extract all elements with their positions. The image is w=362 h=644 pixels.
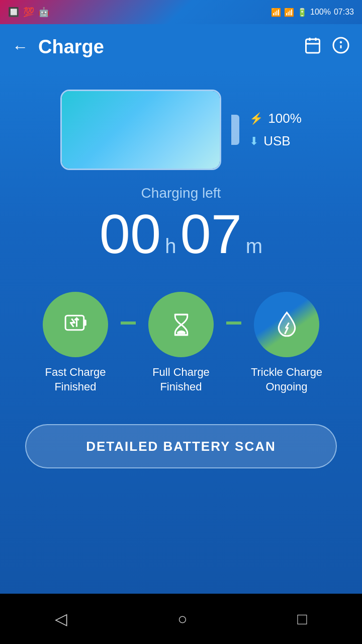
notification-icon-2: 💯 [23, 7, 34, 18]
nav-recent-button[interactable]: □ [297, 610, 307, 628]
battery-tip [231, 115, 239, 145]
trickle-charge-label: Trickle Charge Ongoing [251, 365, 322, 394]
usb-icon: ⬇ [249, 135, 258, 148]
detailed-battery-scan-button[interactable]: DETAILED BATTERY SCAN [25, 424, 337, 468]
main-content: ⚡ 100% ⬇ USB Charging left 00 h 07 m [0, 69, 362, 594]
lightning-icon: ⚡ [249, 112, 263, 125]
connection-type: USB [263, 133, 290, 149]
fast-charge-label: Fast Charge Finished [45, 365, 106, 394]
minutes-value: 07 [180, 206, 241, 262]
battery-percentage: 100% [310, 8, 331, 17]
status-bar: 🔲 💯 🤖 📶 📶 🔋 100% 07:33 [0, 0, 362, 24]
info-icon[interactable] [332, 36, 350, 58]
full-charge-icon [165, 308, 198, 341]
battery-percentage-info: ⚡ 100% [249, 111, 302, 126]
fast-charge-circle [43, 292, 108, 357]
nav-back-button[interactable]: ◁ [55, 609, 67, 628]
hours-unit: h [165, 235, 176, 258]
charge-stages: Fast Charge Finished Full Charge Fini [10, 292, 352, 394]
svg-rect-0 [306, 39, 320, 53]
notification-icon-1: 🔲 [8, 7, 19, 18]
stage-connector-1 [121, 321, 136, 325]
fast-charge-icon [59, 308, 92, 341]
battery-connection-info: ⬇ USB [249, 133, 302, 149]
trickle-charge-circle [254, 292, 319, 357]
notification-icon-3: 🤖 [38, 7, 49, 18]
stage-connector-2 [226, 321, 241, 325]
battery-visual: ⚡ 100% ⬇ USB [60, 90, 302, 170]
battery-info: ⚡ 100% ⬇ USB [249, 111, 302, 149]
nav-bar: ◁ ○ □ [0, 594, 362, 644]
back-button[interactable]: ← [12, 38, 28, 56]
status-bar-left: 🔲 💯 🤖 [8, 7, 49, 18]
stage-trickle-charge: Trickle Charge Ongoing [241, 292, 332, 394]
minutes-unit: m [246, 235, 262, 258]
battery-percent-value: 100% [268, 111, 302, 126]
full-charge-label: Full Charge Finished [152, 365, 210, 394]
clock: 07:33 [334, 8, 354, 17]
stage-fast-charge: Fast Charge Finished [30, 292, 121, 394]
trickle-charge-icon [270, 308, 303, 341]
charging-time: 00 h 07 m [100, 206, 262, 262]
stage-full-charge: Full Charge Finished [136, 292, 226, 394]
svg-rect-8 [83, 319, 86, 326]
app-bar-left: ← Charge [12, 36, 104, 58]
calendar-icon[interactable] [304, 36, 322, 58]
battery-status-icon: 🔋 [297, 8, 307, 17]
page-title: Charge [38, 36, 104, 58]
app-bar: ← Charge [0, 24, 362, 69]
signal-icon: 📶 [271, 8, 281, 17]
app-bar-actions [304, 36, 350, 58]
battery-fill [62, 91, 220, 169]
charging-label: Charging left [141, 185, 221, 201]
status-bar-right: 📶 📶 🔋 100% 07:33 [271, 8, 354, 17]
nav-home-button[interactable]: ○ [177, 610, 187, 628]
battery-body [60, 90, 221, 170]
full-charge-circle [148, 292, 214, 357]
wifi-icon: 📶 [284, 8, 294, 17]
hours-value: 00 [100, 206, 161, 262]
